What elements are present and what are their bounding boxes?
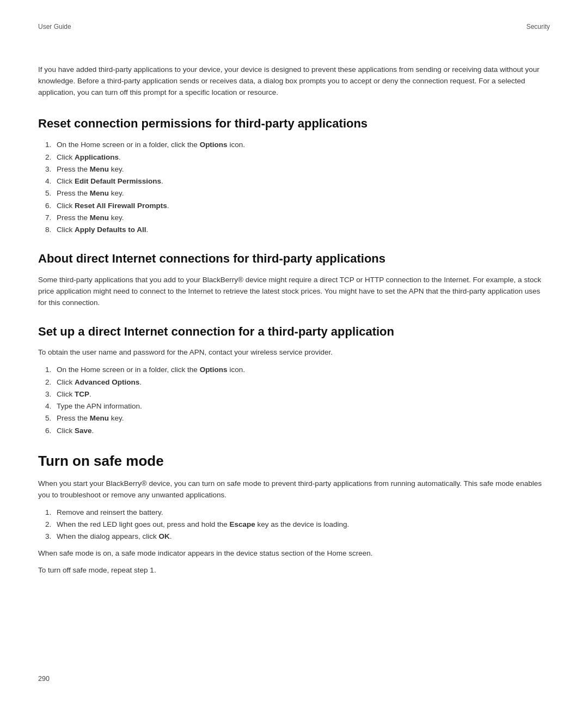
step-item: Click Save. [53, 425, 550, 437]
section-title-reset-connection: Reset connection permissions for third-p… [38, 116, 550, 132]
section-intro-set-up-direct-internet: To obtain the user name and password for… [38, 347, 550, 358]
section-title-about-direct-internet: About direct Internet connections for th… [38, 251, 550, 267]
section-body-turn-on-safe-mode: When you start your BlackBerry® device, … [38, 478, 550, 501]
section-turn-on-safe-mode: Turn on safe modeWhen you start your Bla… [38, 452, 550, 576]
intro-paragraph: If you have added third-party applicatio… [38, 64, 550, 99]
step-item: Press the Menu key. [53, 163, 550, 175]
step-item: Press the Menu key. [53, 187, 550, 199]
step-item: Press the Menu key. [53, 212, 550, 224]
step-item: On the Home screen or in a folder, click… [53, 139, 550, 151]
step-item: When the red LED light goes out, press a… [53, 519, 550, 531]
page: User Guide Security If you have added th… [0, 0, 588, 706]
step-item: Click Applications. [53, 151, 550, 163]
page-number: 290 [38, 674, 50, 684]
step-item: Remove and reinsert the battery. [53, 507, 550, 519]
steps-list-reset-connection: On the Home screen or in a folder, click… [38, 139, 550, 236]
step-item: On the Home screen or in a folder, click… [53, 364, 550, 376]
step-item: Click TCP. [53, 388, 550, 400]
sections-container: Reset connection permissions for third-p… [38, 116, 550, 576]
step-item: Press the Menu key. [53, 412, 550, 424]
header-right: Security [526, 22, 550, 32]
step-item: Click Advanced Options. [53, 376, 550, 388]
after-steps-note: When safe mode is on, a safe mode indica… [38, 548, 550, 559]
steps-list-turn-on-safe-mode: Remove and reinsert the battery.When the… [38, 507, 550, 543]
steps-list-set-up-direct-internet: On the Home screen or in a folder, click… [38, 364, 550, 437]
section-reset-connection: Reset connection permissions for third-p… [38, 116, 550, 236]
section-body-about-direct-internet: Some third-party applications that you a… [38, 275, 550, 309]
step-item: Click Apply Defaults to All. [53, 224, 550, 236]
header-left: User Guide [38, 22, 71, 32]
section-title-set-up-direct-internet: Set up a direct Internet connection for … [38, 324, 550, 340]
section-about-direct-internet: About direct Internet connections for th… [38, 251, 550, 308]
step-item: Type the APN information. [53, 400, 550, 412]
step-item: Click Edit Default Permissions. [53, 175, 550, 187]
step-item: Click Reset All Firewall Prompts. [53, 200, 550, 212]
section-title-turn-on-safe-mode: Turn on safe mode [38, 452, 550, 471]
step-item: When the dialog appears, click OK. [53, 531, 550, 543]
page-header: User Guide Security [38, 22, 550, 32]
after-steps-note-2: To turn off safe mode, repeat step 1. [38, 565, 550, 576]
section-set-up-direct-internet: Set up a direct Internet connection for … [38, 324, 550, 437]
